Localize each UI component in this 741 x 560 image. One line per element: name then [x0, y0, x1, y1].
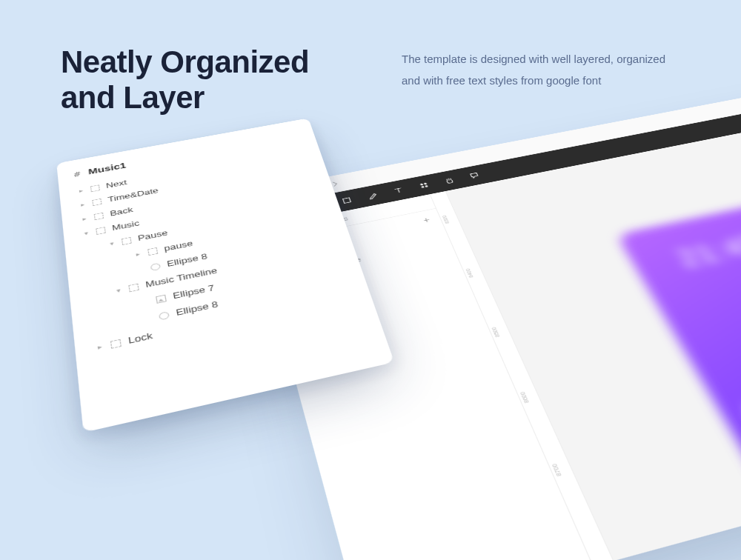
add-page-button[interactable]: +: [422, 216, 431, 224]
chevron-down-icon[interactable]: ▾: [82, 230, 90, 236]
pen-tool-button[interactable]: [358, 186, 388, 205]
layer-label: Music: [111, 219, 139, 233]
frame-layer-icon: [147, 247, 158, 256]
hero-subtitle: The template is designed with well layer…: [402, 44, 683, 116]
chevron-right-icon[interactable]: ▸: [96, 344, 104, 351]
svg-rect-11: [343, 198, 351, 204]
layer-label: Lock: [127, 331, 153, 346]
layer-label: pause: [164, 239, 194, 253]
svg-point-17: [425, 185, 428, 187]
ellipse-layer-icon: [150, 262, 161, 270]
card-title: Music1: [87, 161, 126, 176]
frame-layer-icon: [110, 339, 122, 348]
svg-point-15: [424, 183, 426, 184]
frame-layer-icon: [128, 283, 139, 292]
mockup-screen-1: 21:45: [616, 199, 741, 508]
chevron-right-icon[interactable]: ▸: [77, 188, 84, 193]
img-layer-icon: [156, 294, 167, 303]
frame-layer-icon: [94, 212, 104, 220]
mock-clock: 21:45: [672, 229, 741, 273]
chevron-down-icon[interactable]: ▾: [114, 287, 122, 294]
chevron-right-icon[interactable]: ▸: [81, 216, 88, 222]
frame-layer-icon: [122, 237, 132, 245]
resources-button[interactable]: [409, 176, 439, 195]
frame-layer-icon: [90, 184, 100, 192]
ellipse-layer-icon: [159, 311, 170, 320]
hero-title: Neatly Organized and Layer: [61, 44, 309, 116]
text-tool-button[interactable]: [384, 181, 414, 200]
comment-tool-button[interactable]: [459, 166, 490, 184]
chevron-right-icon[interactable]: ▸: [134, 251, 142, 257]
chevron-right-icon[interactable]: ▸: [79, 201, 87, 207]
svg-point-14: [420, 184, 422, 185]
frame-icon: #: [73, 170, 81, 178]
svg-line-13: [398, 189, 399, 193]
layer-label: Back: [110, 206, 134, 218]
chevron-down-icon[interactable]: ▾: [108, 241, 116, 247]
frame-layer-icon: [96, 227, 106, 235]
frame-layer-icon: [92, 198, 102, 205]
layer-label: Next: [105, 179, 127, 190]
svg-point-16: [422, 186, 424, 187]
